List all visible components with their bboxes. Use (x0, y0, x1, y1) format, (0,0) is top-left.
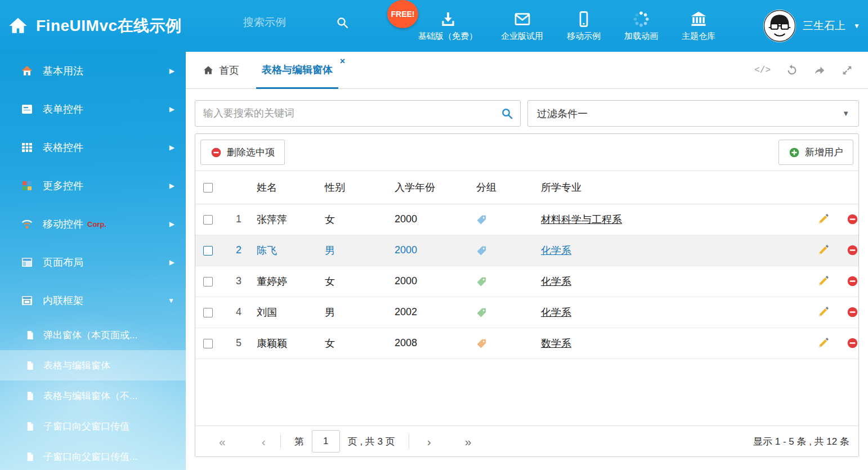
major-link[interactable]: 化学系 (541, 276, 571, 287)
tag-icon (476, 214, 487, 225)
document-icon (25, 421, 35, 432)
row-checkbox[interactable] (203, 215, 213, 225)
col-gender: 性别 (321, 171, 389, 204)
sidebar-item-label: 移动控件 (43, 217, 83, 231)
search-icon[interactable] (500, 107, 513, 120)
sidebar-subitem-label: 表格与编辑窗体（不... (43, 390, 137, 402)
nav-item-basic-free[interactable]: 基础版（免费） (406, 0, 489, 52)
sidebar-item-label: 更多控件 (43, 179, 83, 193)
minus-circle-icon (211, 147, 222, 158)
row-checkbox[interactable] (203, 308, 213, 317)
major-link[interactable]: 化学系 (541, 245, 571, 256)
nav-item-enterprise-trial[interactable]: 企业版试用 (489, 0, 555, 52)
delete-minus-icon[interactable] (847, 306, 858, 318)
tab-grid-edit-window[interactable]: 表格与编辑窗体 × (256, 52, 338, 89)
delete-minus-icon[interactable] (847, 275, 858, 287)
download-icon (439, 10, 457, 28)
cell-year: 2008 (389, 328, 471, 359)
edit-pencil-icon[interactable] (817, 306, 829, 318)
sidebar-item-form-controls[interactable]: 表单控件 ▶ (0, 90, 186, 128)
sidebar-subitem-grid-edit-window[interactable]: 表格与编辑窗体 (0, 350, 186, 381)
brand-home-link[interactable]: FineUIMvc在线示例 (8, 0, 182, 52)
divider (409, 434, 409, 449)
major-link[interactable]: 材料科学与工程系 (541, 214, 622, 225)
cell-name: 康颖颖 (248, 328, 321, 359)
close-icon[interactable]: × (340, 56, 345, 66)
sidebar: 基本用法 ▶ 表单控件 ▶ 表格控件 ▶ 更多控件 ▶ (0, 52, 186, 470)
cell-year: 2000 (389, 204, 471, 235)
table-row[interactable]: 4 刘国 男 2002 化学系 (195, 297, 858, 328)
table-row[interactable]: 3 董婷婷 女 2000 化学系 (195, 266, 858, 297)
user-name: 三生石上 (803, 19, 845, 33)
chevron-down-icon: ▼ (168, 297, 175, 305)
delete-minus-icon[interactable] (847, 337, 858, 349)
fullscreen-expand-icon[interactable] (841, 64, 853, 77)
edit-pencil-icon[interactable] (817, 213, 829, 225)
sidebar-subitem-child-to-parent-2[interactable]: 子窗口向父窗口传值... (0, 441, 186, 470)
filter-dropdown[interactable]: 过滤条件一 ▼ (527, 100, 859, 127)
col-major: 所学专业 (535, 171, 766, 204)
free-badge: FREE! (387, 0, 418, 28)
major-link[interactable]: 数学系 (541, 338, 571, 349)
sidebar-subitem-label: 子窗口向父窗口传值 (43, 420, 129, 433)
edit-pencil-icon[interactable] (817, 337, 829, 349)
major-link[interactable]: 化学系 (541, 307, 571, 318)
tab-home[interactable]: 首页 (203, 52, 239, 89)
nav-item-theme-store[interactable]: 主题仓库 (670, 0, 727, 52)
delete-minus-icon[interactable] (847, 244, 858, 256)
edit-pencil-icon[interactable] (817, 275, 829, 287)
nav-item-loading-anim[interactable]: 加载动画 (612, 0, 670, 52)
delete-selected-button[interactable]: 删除选中项 (200, 140, 285, 165)
sidebar-item-grid-controls[interactable]: 表格控件 ▶ (0, 128, 186, 167)
sidebar-subitem-grid-edit-window-2[interactable]: 表格与编辑窗体（不... (0, 381, 186, 411)
keyword-search-input[interactable] (195, 100, 521, 127)
share-forward-icon[interactable] (813, 64, 826, 77)
last-page-button[interactable]: » (462, 436, 475, 447)
user-menu[interactable]: 三生石上 ▼ (763, 0, 860, 52)
row-index: 3 (220, 266, 248, 297)
cell-name: 董婷婷 (248, 266, 321, 297)
sidebar-subitem-child-to-parent[interactable]: 子窗口向父窗口传值 (0, 411, 186, 441)
record-summary: 显示 1 - 5 条 , 共 12 条 (753, 435, 849, 448)
prev-page-button[interactable]: ‹ (258, 436, 269, 447)
cell-year: 2000 (389, 266, 471, 297)
add-user-button[interactable]: 新增用户 (778, 140, 853, 165)
sidebar-item-iframe[interactable]: 内联框架 ▼ (0, 281, 186, 320)
select-all-checkbox[interactable] (203, 183, 213, 193)
search-icon[interactable] (335, 16, 349, 29)
layout-icon (20, 256, 34, 269)
nav-item-mobile-demo[interactable]: 移动示例 (555, 0, 612, 52)
table-row[interactable]: 5 康颖颖 女 2008 数学系 (195, 328, 858, 359)
home-icon (8, 16, 28, 36)
sidebar-item-basic-usage[interactable]: 基本用法 ▶ (0, 52, 186, 90)
tab-tools: </> (754, 52, 868, 88)
row-checkbox[interactable] (203, 339, 213, 348)
table-row[interactable]: 2 陈飞 男 2000 化学系 (195, 235, 858, 266)
mail-icon (513, 10, 531, 28)
row-checkbox[interactable] (203, 246, 213, 256)
delete-minus-icon[interactable] (847, 213, 858, 225)
table-header-row: 姓名 性别 入学年份 分组 所学专业 (195, 171, 858, 204)
user-avatar (763, 10, 796, 42)
sidebar-item-label: 表格控件 (43, 141, 83, 154)
refresh-icon[interactable] (786, 64, 798, 77)
sidebar-item-page-layout[interactable]: 页面布局 ▶ (0, 243, 186, 281)
home-icon (203, 65, 214, 76)
first-page-button[interactable]: « (216, 436, 229, 447)
edit-pencil-icon[interactable] (817, 244, 829, 256)
sidebar-subitem-popup-window[interactable]: 弹出窗体（本页面或... (0, 320, 186, 350)
page-number-input[interactable] (312, 430, 340, 453)
next-page-button[interactable]: › (424, 436, 435, 447)
header-search-input[interactable] (243, 16, 328, 29)
sidebar-item-mobile-controls[interactable]: 移动控件 Corp. ▶ (0, 205, 186, 243)
sidebar-item-more-controls[interactable]: 更多控件 ▶ (0, 167, 186, 205)
main-content: 首页 表格与编辑窗体 × </> (186, 52, 868, 470)
grid-panel: 删除选中项 新增用户 姓名 (195, 133, 859, 457)
row-index: 2 (220, 235, 248, 266)
source-code-icon[interactable]: </> (754, 64, 771, 77)
table-row[interactable]: 1 张萍萍 女 2000 材料科学与工程系 (195, 204, 858, 235)
row-index: 4 (220, 297, 248, 328)
chevron-right-icon: ▶ (169, 105, 175, 113)
tag-icon (476, 307, 487, 318)
row-checkbox[interactable] (203, 277, 213, 287)
